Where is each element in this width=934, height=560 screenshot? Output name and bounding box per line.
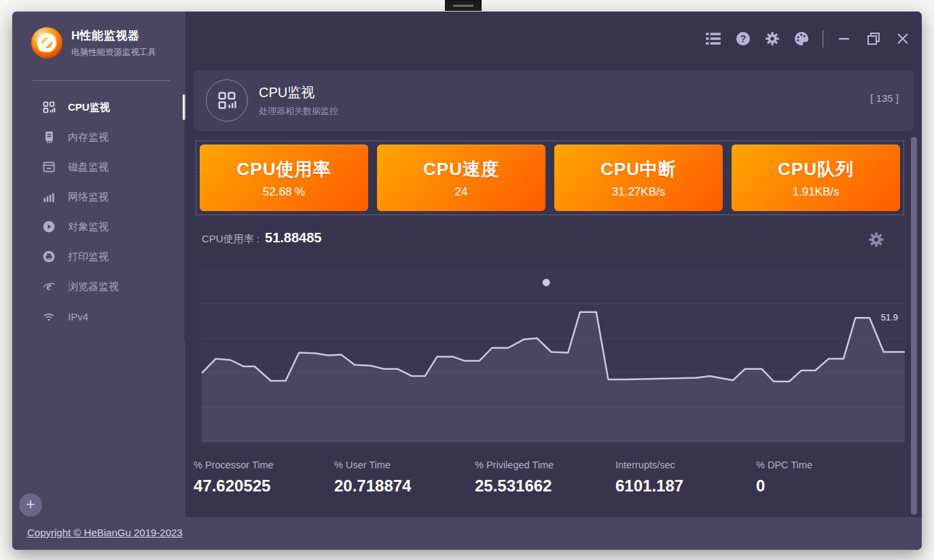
network-icon	[42, 190, 56, 204]
svg-text:?: ?	[740, 33, 747, 44]
card-cpu-usage[interactable]: CPU使用率 52.68 %	[200, 145, 368, 211]
card-title: CPU队列	[778, 157, 854, 181]
card-cpu-speed[interactable]: CPU速度 24	[377, 145, 545, 211]
stat-label: % User Time	[334, 460, 475, 470]
stat-value: 0	[756, 477, 897, 496]
card-title: CPU使用率	[237, 157, 331, 181]
memory-icon	[42, 130, 56, 144]
chart-annotation: 51.9	[881, 312, 898, 322]
app-logo-row: H性能监视器 电脑性能资源监视工具	[31, 27, 156, 58]
card-cpu-interrupts[interactable]: CPU中断 31.27KB/s	[554, 145, 723, 211]
sidebar-item-label: CPU监视	[68, 101, 110, 114]
sidebar-item-network[interactable]: 网络监视	[12, 182, 185, 212]
svg-text:e: e	[46, 280, 51, 292]
stat-value: 6101.187	[615, 477, 756, 496]
sidebar: H性能监视器 电脑性能资源监视工具 CPU监视	[12, 12, 185, 517]
app-subtitle: 电脑性能资源监视工具	[71, 47, 156, 58]
current-usage-label: CPU使用率 :	[202, 233, 259, 246]
card-value: 52.68 %	[263, 185, 305, 199]
stat-label: % DPC Time	[756, 460, 897, 470]
sidebar-divider	[33, 80, 170, 81]
counter-badge: [ 135 ]	[870, 92, 899, 104]
sidebar-item-label: 内存监视	[68, 131, 109, 144]
theme-palette-icon[interactable]	[793, 31, 810, 47]
add-button[interactable]: +	[19, 493, 42, 517]
browser-icon: e	[42, 280, 56, 293]
sidebar-item-memory[interactable]: 内存监视	[12, 122, 185, 152]
sidebar-item-label: 浏览器监视	[68, 280, 119, 293]
card-value: 1.91KB/s	[793, 185, 840, 199]
cpu-icon	[42, 100, 56, 114]
handle-grip	[453, 5, 473, 7]
printer-icon	[42, 250, 56, 263]
card-value: 24	[455, 185, 468, 199]
sidebar-item-browser[interactable]: e 浏览器监视	[12, 272, 185, 301]
sidebar-item-ipv4[interactable]: IPv4	[12, 301, 185, 331]
stat-interrupts: Interrupts/sec 6101.187	[615, 460, 756, 496]
titlebar-separator	[823, 30, 823, 48]
stat-privileged-time: % Privileged Time 25.531662	[475, 460, 615, 496]
plus-icon: +	[26, 495, 35, 513]
sidebar-item-label: 打印监视	[68, 250, 109, 263]
sidebar-item-disk[interactable]: 磁盘监视	[12, 152, 185, 182]
disk-icon	[42, 160, 56, 174]
card-value: 31.27KB/s	[612, 185, 665, 199]
cpu-circle-icon	[206, 79, 248, 122]
window-footer: Copyright © HeBianGu 2019-2023	[12, 517, 922, 550]
chart-settings-gear-icon[interactable]	[867, 231, 885, 248]
object-icon	[42, 220, 56, 234]
stat-value: 25.531662	[475, 477, 615, 496]
current-usage-row: CPU使用率 : 51.88485	[202, 230, 321, 246]
stat-processor-time: % Processor Time 47.620525	[194, 460, 334, 496]
main-scrollbar[interactable]	[911, 137, 917, 515]
stat-label: % Privileged Time	[475, 460, 615, 470]
current-usage-value: 51.88485	[265, 230, 321, 246]
card-title: CPU速度	[423, 157, 499, 181]
app-logo-icon	[31, 27, 62, 58]
page-title: CPU监视	[259, 83, 315, 102]
wifi-icon	[42, 310, 56, 323]
card-cpu-queue[interactable]: CPU队列 1.91KB/s	[732, 145, 900, 211]
sidebar-item-label: IPv4	[68, 311, 88, 322]
page-header-card: CPU监视 处理器相关数据监控 [ 135 ]	[194, 70, 914, 131]
main-content: ?	[185, 12, 922, 517]
titlebar-actions: ?	[704, 30, 911, 48]
page-subtitle: 处理器相关数据监控	[259, 105, 338, 117]
close-icon[interactable]	[895, 31, 911, 47]
card-title: CPU中断	[600, 157, 677, 181]
app-window: H性能监视器 电脑性能资源监视工具 CPU监视	[12, 12, 922, 550]
help-icon[interactable]: ?	[735, 31, 751, 47]
stat-value: 47.620525	[194, 477, 334, 496]
settings-gear-icon[interactable]	[764, 31, 780, 47]
stat-user-time: % User Time 20.718874	[334, 460, 475, 496]
sidebar-item-label: 对象监视	[68, 221, 109, 234]
stat-dpc-time: % DPC Time 0	[756, 460, 897, 496]
sidebar-item-object[interactable]: 对象监视	[12, 212, 185, 242]
restore-icon[interactable]	[865, 31, 882, 47]
cpu-usage-chart: 51.9	[200, 269, 905, 443]
stat-value: 20.718874	[334, 477, 475, 496]
chart-marker-dot	[543, 279, 550, 286]
sidebar-item-label: 磁盘监视	[68, 161, 109, 174]
app-title: H性能监视器	[71, 28, 156, 43]
screen-capture-handle[interactable]	[445, 0, 482, 11]
sidebar-item-printer[interactable]: 打印监视	[12, 242, 185, 272]
stat-label: Interrupts/sec	[615, 460, 756, 470]
copyright-link[interactable]: Copyright © HeBianGu 2019-2023	[27, 527, 183, 538]
sidebar-item-cpu[interactable]: CPU监视	[12, 92, 185, 122]
list-menu-icon[interactable]	[704, 30, 722, 48]
sidebar-item-label: 网络监视	[68, 191, 109, 204]
counter-stats-row: % Processor Time 47.620525 % User Time 2…	[194, 460, 905, 496]
stat-label: % Processor Time	[194, 460, 334, 470]
minimize-icon[interactable]	[836, 31, 852, 47]
metric-cards-strip: CPU使用率 52.68 % CPU速度 24 CPU中断 31.27KB/s …	[196, 141, 904, 215]
sidebar-menu: CPU监视 内存监视 磁盘监视	[12, 92, 185, 331]
